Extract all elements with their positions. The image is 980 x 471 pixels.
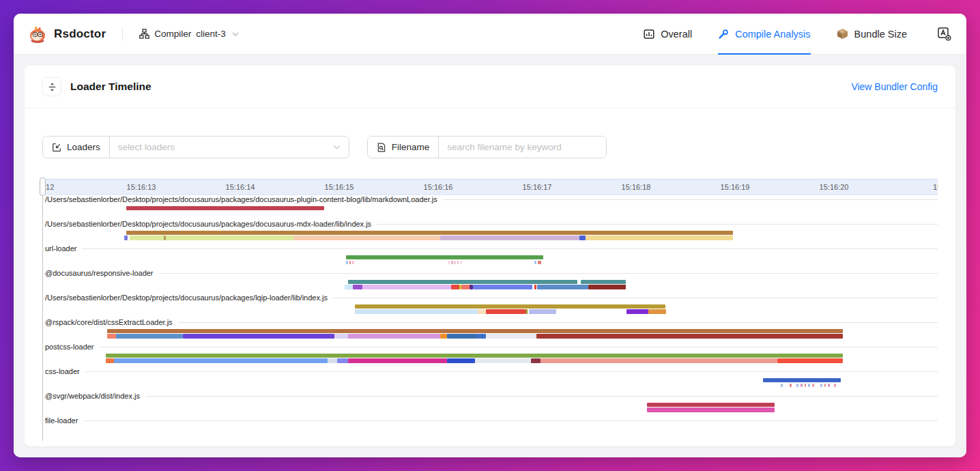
brand-name: Rsdoctor — [54, 27, 106, 41]
collapse-toggle-button[interactable] — [42, 77, 61, 96]
timeline-bar[interactable] — [534, 285, 537, 289]
timeline-bar[interactable] — [790, 384, 792, 387]
timeline-bar[interactable] — [808, 384, 810, 387]
timeline-bar[interactable] — [801, 384, 803, 387]
card-header: Loader Timeline View Bundler Config — [25, 66, 955, 108]
timeline-bar[interactable] — [537, 285, 588, 289]
language-switch-button[interactable] — [937, 27, 951, 41]
timeline-bar[interactable] — [337, 358, 348, 363]
loader-row-label: /Users/sebastienlorber/Desktop/projects/… — [45, 195, 443, 204]
timeline-bar[interactable] — [538, 261, 541, 264]
timeline-bar[interactable] — [107, 329, 843, 333]
timeline-bar[interactable] — [834, 384, 836, 387]
timeline-bar[interactable] — [457, 261, 459, 264]
timeline-bar[interactable] — [529, 309, 556, 314]
timeline-bar[interactable] — [626, 309, 649, 314]
timeline-bar[interactable] — [348, 280, 577, 284]
loaders-select[interactable]: select loaders — [110, 137, 349, 158]
compiler-selector[interactable]: Compiler client-3 — [139, 29, 239, 39]
loader-timeline-chart: :1215:16:1315:16:1415:16:1515:16:1615:16… — [42, 179, 938, 441]
timeline-bar[interactable] — [473, 285, 532, 289]
timeline-bar[interactable] — [355, 309, 478, 314]
timeline-bar[interactable] — [534, 261, 536, 264]
timeline-bar[interactable] — [824, 384, 826, 387]
timeline-bar[interactable] — [116, 334, 183, 339]
sitemap-icon — [139, 29, 149, 39]
timeline-bar[interactable] — [349, 261, 351, 264]
timeline-bar[interactable] — [348, 334, 440, 339]
timeline-bar[interactable] — [581, 280, 626, 284]
timeline-bar[interactable] — [478, 309, 486, 314]
timeline-bar[interactable] — [362, 285, 451, 289]
page-body: Loader Timeline View Bundler Config — [14, 55, 966, 457]
timeline-bar[interactable] — [447, 334, 478, 339]
timeline-bar[interactable] — [812, 384, 814, 387]
timeline-range-handle[interactable] — [40, 177, 46, 196]
timeline-bar[interactable] — [486, 334, 536, 339]
timeline-bar[interactable] — [164, 235, 166, 240]
timeline-bar[interactable] — [346, 255, 543, 259]
timeline-bar[interactable] — [107, 334, 116, 339]
timeline-bar[interactable] — [454, 261, 456, 264]
timeline-bar[interactable] — [346, 261, 348, 264]
timeline-bar[interactable] — [328, 358, 338, 363]
timeline-bar[interactable] — [588, 285, 626, 289]
timeline-bar[interactable] — [183, 334, 334, 339]
timeline-bar[interactable] — [124, 235, 128, 240]
timeline-row: @docusaurus/responsive-loader — [42, 269, 938, 294]
timeline-bar[interactable] — [352, 261, 354, 264]
timeline-bar[interactable] — [114, 358, 327, 363]
loader-row-label: /Users/sebastienlorber/Desktop/projects/… — [45, 220, 377, 229]
timeline-bar[interactable] — [579, 235, 586, 240]
loaders-filter-group: Loaders select loaders — [42, 136, 349, 158]
timeline-bar[interactable] — [763, 378, 841, 382]
timeline-bar[interactable] — [586, 235, 733, 240]
timeline-bar[interactable] — [647, 408, 775, 412]
timeline-bar[interactable] — [440, 334, 447, 339]
timeline-bar[interactable] — [781, 384, 783, 387]
timeline-bar[interactable] — [647, 403, 775, 407]
timeline-bar[interactable] — [531, 358, 541, 363]
timeline-bar[interactable] — [828, 384, 830, 387]
timeline-bar[interactable] — [541, 358, 777, 363]
timeline-bar[interactable] — [451, 285, 459, 289]
timeline-bar[interactable] — [777, 358, 843, 363]
timeline-bar[interactable] — [820, 384, 822, 387]
timeline-bar[interactable] — [348, 358, 447, 363]
nav-tab-bundle-size[interactable]: Bundle Size — [837, 14, 907, 55]
timeline-bar[interactable] — [355, 304, 665, 309]
timeline-bar[interactable] — [460, 261, 462, 264]
timeline-bar[interactable] — [334, 334, 348, 339]
timeline-bar[interactable] — [353, 285, 362, 289]
brand[interactable]: Rsdoctor — [27, 24, 106, 44]
timeline-bar[interactable] — [648, 309, 665, 314]
timeline-bar[interactable] — [126, 206, 324, 210]
timeline-bar[interactable] — [345, 285, 353, 289]
timeline-bar[interactable] — [293, 235, 440, 240]
row-grid-line — [42, 420, 938, 421]
timeline-bar[interactable] — [525, 309, 528, 314]
timeline-bar[interactable] — [805, 384, 807, 387]
filename-search-input[interactable] — [439, 137, 606, 158]
timeline-bar[interactable] — [130, 235, 294, 240]
timeline-bar[interactable] — [126, 231, 733, 235]
select-icon — [52, 143, 61, 152]
nav-tab-compile-analysis[interactable]: Compile Analysis — [718, 14, 810, 55]
timeline-bar[interactable] — [447, 358, 475, 363]
timeline-bar[interactable] — [475, 358, 532, 363]
timeline-bar[interactable] — [451, 261, 453, 264]
view-bundler-config-link[interactable]: View Bundler Config — [851, 81, 938, 92]
timeline-bar[interactable] — [448, 261, 450, 264]
timeline-bar[interactable] — [440, 235, 579, 240]
loaders-filter-label: Loaders — [67, 142, 100, 152]
timeline-bar[interactable] — [536, 334, 844, 339]
package-box-icon — [837, 28, 848, 40]
nav-tab-overall[interactable]: Overall — [644, 14, 692, 55]
timeline-bar[interactable] — [106, 354, 843, 358]
timeline-bar[interactable] — [796, 384, 798, 387]
timeline-bar[interactable] — [461, 285, 470, 289]
timeline-bar[interactable] — [478, 334, 486, 339]
timeline-bar[interactable] — [486, 309, 525, 314]
timeline-bar[interactable] — [106, 358, 114, 363]
timeline-row: url-loader — [42, 244, 938, 269]
